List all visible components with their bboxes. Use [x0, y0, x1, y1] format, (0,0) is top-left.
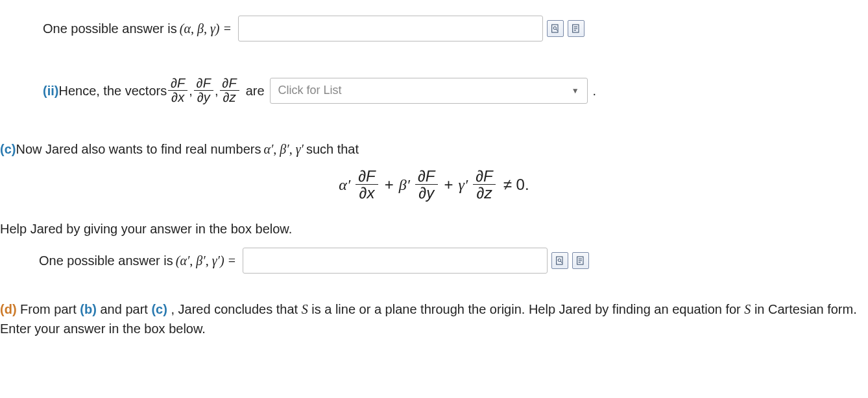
- svg-point-8: [558, 259, 561, 262]
- part-c-ref: (c): [151, 302, 167, 316]
- plus: +: [385, 173, 394, 196]
- part-c-equation: α′ ∂F ∂x + β′ ∂F ∂y + γ′ ∂F ∂z ≠ 0.: [0, 168, 868, 201]
- part-b-ref: (b): [80, 302, 97, 316]
- dFdx-frac: ∂F ∂x: [168, 76, 187, 104]
- part-b-i-answer-row: One possible answer is (α, β, γ) =: [0, 16, 585, 41]
- part-b-ii-label: (ii): [43, 81, 58, 100]
- part-c-answer-input[interactable]: [243, 248, 548, 274]
- part-c-text-after: such that: [306, 139, 359, 159]
- part-c-block: (c) Now Jared also wants to find real nu…: [0, 139, 868, 274]
- part-c-ans-tuple: (α′, β′, γ′) =: [176, 251, 236, 270]
- part-d-t4: is a line or a plane through the origin.…: [311, 302, 744, 316]
- part-c-line1: (c) Now Jared also wants to find real nu…: [0, 139, 359, 159]
- eq-beta: β′: [399, 173, 410, 196]
- part-d-t2: and part: [100, 302, 151, 316]
- part-c-text-before: Now Jared also wants to find real number…: [16, 139, 261, 159]
- period: .: [593, 81, 597, 100]
- part-b-i-tuple: (α, β, γ) =: [180, 19, 232, 38]
- part-d-t1: From part: [20, 302, 80, 316]
- part-b-i-prefix: One possible answer is: [43, 19, 177, 38]
- preview-icon[interactable]: [551, 252, 568, 269]
- svg-point-1: [553, 27, 556, 29]
- eq-alpha: α′: [339, 173, 350, 196]
- chevron-down-icon: ▼: [572, 85, 579, 97]
- eq-gamma: γ′: [459, 173, 468, 196]
- svg-line-9: [561, 261, 562, 263]
- part-c-answer-row: One possible answer is (α′, β′, γ′) =: [0, 248, 589, 274]
- svg-line-2: [556, 29, 557, 30]
- vectors-relation-dropdown[interactable]: Click for List ▼: [270, 78, 588, 104]
- comma: ,: [215, 81, 219, 100]
- part-d-S1: S: [302, 302, 308, 316]
- help-icon[interactable]: [568, 20, 585, 37]
- eq-dFdy: ∂F ∂y: [415, 168, 438, 201]
- part-d-block: (d) From part (b) and part (c) , Jared c…: [0, 299, 868, 338]
- part-d-t3: , Jared concludes that: [171, 302, 301, 316]
- eq-dFdx: ∂F ∂x: [356, 168, 378, 201]
- part-c-ans-prefix: One possible answer is: [39, 251, 173, 270]
- part-b-i-answer-input[interactable]: [238, 16, 543, 41]
- preview-icon[interactable]: [547, 20, 564, 37]
- dFdz-frac: ∂F ∂z: [220, 76, 239, 104]
- plus: +: [444, 173, 453, 196]
- part-d-S2: S: [744, 302, 751, 316]
- dFdy-frac: ∂F ∂y: [194, 76, 213, 104]
- comma: ,: [189, 81, 193, 100]
- dropdown-placeholder: Click for List: [278, 82, 342, 99]
- eq-neq-zero: ≠ 0.: [503, 173, 529, 196]
- part-d-label: (d): [0, 302, 17, 316]
- svg-rect-0: [552, 25, 558, 32]
- eq-dFdz: ∂F ∂z: [473, 168, 496, 201]
- svg-rect-7: [557, 257, 562, 264]
- part-b-ii-row: (ii) Hence, the vectors ∂F ∂x , ∂F ∂y , …: [0, 76, 596, 104]
- part-b-ii-before: Hence, the vectors: [58, 81, 167, 100]
- help-icon[interactable]: [572, 252, 589, 269]
- part-c-help-line: Help Jared by giving your answer in the …: [0, 219, 868, 239]
- part-c-label: (c): [0, 139, 16, 159]
- part-c-math-abg: α′, β′, γ′: [263, 139, 303, 159]
- part-b-ii-are: are: [246, 81, 265, 100]
